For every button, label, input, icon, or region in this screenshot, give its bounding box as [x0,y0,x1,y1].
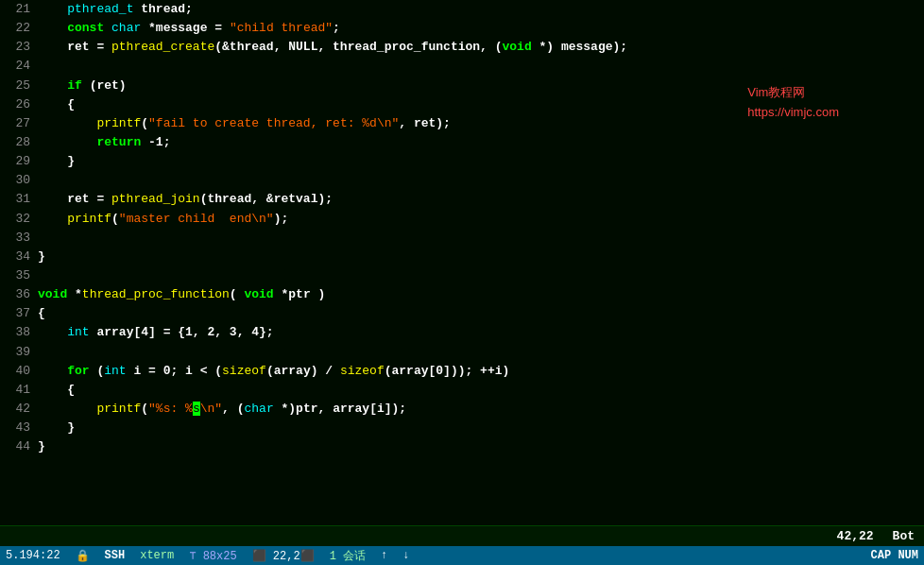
size-label: ⊤ 88x25 [189,549,236,563]
line-content: printf("master child end\n"); [38,210,924,229]
code-line: 35 [0,266,924,285]
xterm-label: xterm [140,549,174,562]
line-content [38,266,924,285]
line-content: const char *message = "child thread"; [38,19,924,38]
code-line: 25 if (ret) [0,77,924,95]
code-line: 26 { [0,95,924,114]
scroll-position: Bot [893,529,915,543]
line-number: 44 [0,437,38,456]
line-number: 36 [0,285,38,304]
line-number: 29 [0,152,38,171]
line-content: int array[4] = {1, 2, 3, 4}; [38,323,924,342]
line-number: 31 [0,190,38,209]
line-content [38,57,924,76]
line-number: 22 [0,19,38,38]
code-line: 31 ret = pthread_join(thread, &retval); [0,190,924,209]
code-line: 44} [0,437,924,456]
session-label: 1 会话 [330,548,366,564]
line-content: return -1; [38,133,924,152]
line-number: 33 [0,229,38,248]
line-content: { [38,304,924,323]
line-number: 40 [0,362,38,381]
arrow-up-label: ↑ [381,549,387,562]
line-number: 35 [0,266,38,285]
code-line: 24 [0,57,924,76]
line-content: { [38,95,924,114]
line-number: 42 [0,400,38,419]
line-number: 27 [0,114,38,133]
line-number: 34 [0,248,38,266]
code-line: 27 printf("fail to create thread, ret: %… [0,114,924,133]
arrow-down-label: ↓ [402,549,409,562]
line-content [38,171,924,190]
line-content: pthread_t thread; [38,0,924,19]
line-number: 30 [0,171,38,190]
code-container: 21 pthread_t thread;22 const char *messa… [0,0,924,456]
line-number: 23 [0,38,38,57]
status-left: 5.194:22 🔒 SSH xterm ⊤ 88x25 ⬛ 22,2⬛ 1 会… [6,548,871,564]
ip-time: 5.194:22 [6,549,60,562]
code-line: 21 pthread_t thread; [0,0,924,19]
ssh-icon: 🔒 [76,549,90,563]
line-content: printf("fail to create thread, ret: %d\n… [38,114,924,133]
line-number: 26 [0,95,38,114]
line-number: 21 [0,0,38,19]
line-number: 25 [0,77,38,95]
cap-num-label: CAP NUM [871,549,918,562]
code-line: 22 const char *message = "child thread"; [0,19,924,38]
editor-area: 21 pthread_t thread;22 const char *messa… [0,0,924,525]
info-label: ⬛ 22,2⬛ [252,549,315,563]
status-bar: 5.194:22 🔒 SSH xterm ⊤ 88x25 ⬛ 22,2⬛ 1 会… [0,546,924,565]
code-line: 42 printf("%s: %s\n", (char *)ptr, array… [0,400,924,419]
ssh-label: SSH [105,549,126,562]
code-line: 28 return -1; [0,133,924,152]
line-number: 38 [0,323,38,342]
line-content: for (int i = 0; i < (sizeof(array) / siz… [38,362,924,381]
line-content [38,229,924,248]
code-line: 33 [0,229,924,248]
line-number: 39 [0,343,38,362]
code-line: 43 } [0,419,924,437]
line-number: 32 [0,210,38,229]
code-line: 23 ret = pthread_create(&thread, NULL, t… [0,38,924,57]
line-content: } [38,248,924,266]
line-content: } [38,437,924,456]
code-line: 39 [0,343,924,362]
line-content: ret = pthread_join(thread, &retval); [38,190,924,209]
line-content: } [38,419,924,437]
line-content: void *thread_proc_function( void *ptr ) [38,285,924,304]
line-content: { [38,381,924,400]
code-line: 30 [0,171,924,190]
code-line: 34} [0,248,924,266]
code-line: 32 printf("master child end\n"); [0,210,924,229]
vim-status-bar: 42,22 Bot [0,525,924,546]
line-number: 41 [0,381,38,400]
line-number: 43 [0,419,38,437]
line-content: printf("%s: %s\n", (char *)ptr, array[i]… [38,400,924,419]
code-line: 41 { [0,381,924,400]
code-line: 29 } [0,152,924,171]
line-number: 37 [0,304,38,323]
code-line: 38 int array[4] = {1, 2, 3, 4}; [0,323,924,342]
line-content: if (ret) [38,77,924,95]
line-content [38,343,924,362]
code-line: 40 for (int i = 0; i < (sizeof(array) / … [0,362,924,381]
line-content: ret = pthread_create(&thread, NULL, thre… [38,38,924,57]
code-line: 37{ [0,304,924,323]
cursor-position: 42,22 [837,529,874,543]
code-line: 36void *thread_proc_function( void *ptr … [0,285,924,304]
line-number: 24 [0,57,38,76]
line-content: } [38,152,924,171]
line-number: 28 [0,133,38,152]
